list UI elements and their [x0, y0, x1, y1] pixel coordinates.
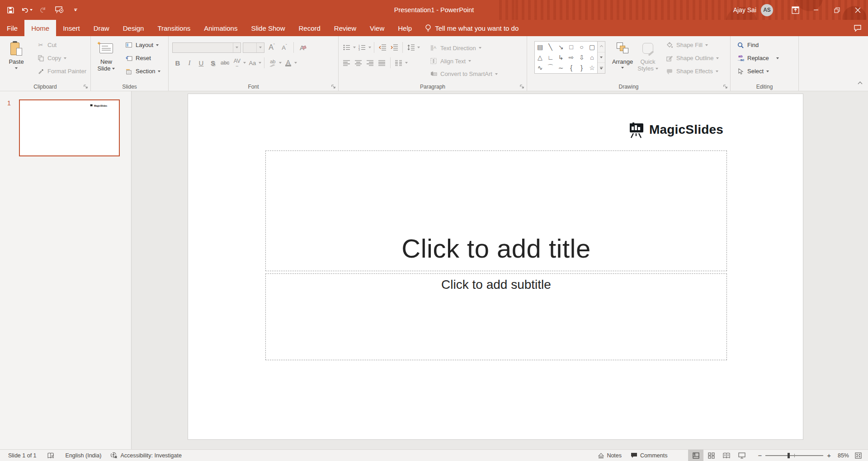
tab-home[interactable]: Home — [24, 20, 56, 36]
tab-draw[interactable]: Draw — [87, 20, 116, 36]
shape-elbow-arrow-connector-icon[interactable]: ↳ — [556, 52, 566, 62]
save-icon[interactable] — [5, 3, 16, 17]
restore-icon[interactable] — [826, 0, 847, 20]
align-right-button[interactable] — [365, 57, 376, 69]
new-slide-button[interactable]: ✦ New Slide — [94, 38, 119, 79]
tab-view[interactable]: View — [363, 20, 391, 36]
line-spacing-button[interactable] — [406, 42, 416, 53]
columns-button[interactable] — [393, 57, 404, 69]
justify-button[interactable] — [377, 57, 387, 69]
tab-record[interactable]: Record — [292, 20, 327, 36]
new-slide-dropdown-icon[interactable] — [112, 68, 115, 70]
shape-triangle-icon[interactable]: △ — [535, 52, 545, 62]
accessibility-status[interactable]: Accessibility: Investigate — [106, 450, 186, 461]
ribbon-display-options-icon[interactable] — [785, 0, 806, 20]
select-button[interactable]: Select — [733, 65, 798, 78]
shapes-more-icon[interactable] — [598, 63, 605, 73]
undo-icon[interactable] — [21, 3, 33, 17]
tab-animations[interactable]: Animations — [197, 20, 244, 36]
clipboard-dialog-launcher-icon[interactable] — [84, 85, 88, 89]
paragraph-dialog-launcher-icon[interactable] — [520, 85, 524, 89]
layout-button[interactable]: Layout — [122, 38, 164, 52]
slide-canvas[interactable]: MagicSlides Click to add title Click to … — [188, 94, 803, 439]
title-placeholder[interactable]: Click to add title — [265, 151, 727, 271]
tell-me-box[interactable]: Tell me what you want to do — [425, 20, 519, 36]
tab-slide-show[interactable]: Slide Show — [244, 20, 292, 36]
start-slideshow-icon[interactable] — [53, 3, 65, 17]
tab-design[interactable]: Design — [116, 20, 151, 36]
decrease-indent-button[interactable] — [377, 42, 388, 53]
comments-button[interactable]: Comments — [626, 450, 672, 461]
zoom-out-button[interactable]: − — [758, 452, 762, 459]
share-comment-icon[interactable] — [847, 20, 868, 36]
zoom-slider[interactable] — [765, 455, 823, 456]
fit-slide-to-window-icon[interactable] — [852, 450, 864, 461]
zoom-slider-thumb[interactable] — [788, 453, 790, 458]
section-button[interactable]: Section — [122, 65, 164, 78]
shape-text-box-icon[interactable]: ▤ — [535, 42, 545, 52]
section-dropdown-icon[interactable] — [158, 71, 160, 72]
language-indicator[interactable]: English (India) — [61, 450, 106, 461]
shape-rounded-rectangle-icon[interactable]: ▢ — [587, 42, 597, 52]
shape-scribble-icon[interactable]: ∿ — [535, 63, 545, 73]
shape-curve-icon[interactable]: ∼ — [556, 63, 566, 73]
arrange-button[interactable]: Arrange — [610, 38, 635, 79]
zoom-in-button[interactable]: + — [827, 452, 831, 459]
collapse-ribbon-icon[interactable] — [859, 79, 862, 87]
select-dropdown-icon[interactable] — [766, 71, 769, 72]
shape-right-brace-icon[interactable]: } — [576, 63, 587, 73]
notes-button[interactable]: Notes — [594, 450, 626, 461]
find-button[interactable]: Find — [733, 38, 798, 52]
user-name[interactable]: Ajay Sai — [733, 6, 756, 14]
zoom-level[interactable]: 85% — [831, 452, 849, 459]
slide-sorter-icon[interactable] — [703, 450, 719, 461]
customize-quick-access-toolbar-icon[interactable] — [70, 3, 81, 17]
undo-dropdown-icon[interactable] — [30, 9, 33, 11]
arrange-dropdown-icon[interactable] — [621, 67, 624, 69]
avatar[interactable]: AS — [761, 4, 773, 16]
increase-indent-button[interactable] — [389, 42, 400, 53]
drawing-dialog-launcher-icon[interactable] — [723, 85, 728, 89]
reading-view-icon[interactable] — [719, 450, 734, 461]
normal-view-icon[interactable] — [688, 450, 703, 461]
paste-button[interactable]: Paste — [4, 38, 29, 79]
layout-dropdown-icon[interactable] — [156, 44, 159, 46]
shape-left-brace-icon[interactable]: { — [566, 63, 576, 73]
replace-dropdown-icon[interactable] — [776, 57, 779, 59]
slideshow-view-icon[interactable] — [734, 450, 750, 461]
paste-dropdown-icon[interactable] — [15, 67, 18, 69]
shape-arc-icon[interactable]: ⌒ — [545, 63, 556, 73]
columns-dropdown-icon[interactable] — [405, 62, 408, 64]
tab-help[interactable]: Help — [391, 20, 419, 36]
align-center-button[interactable] — [353, 57, 364, 69]
align-left-button[interactable] — [341, 57, 352, 69]
shapes-scroll-up-icon[interactable] — [598, 42, 605, 52]
numbering-button[interactable]: 123 — [357, 42, 368, 53]
tab-transitions[interactable]: Transitions — [151, 20, 197, 36]
bullets-button[interactable] — [341, 42, 352, 53]
bullets-dropdown-icon[interactable] — [353, 47, 356, 48]
shape-line-icon[interactable]: ╲ — [545, 42, 556, 52]
shape-arrow-icon[interactable]: ↘ — [556, 42, 566, 52]
numbering-dropdown-icon[interactable] — [368, 47, 371, 48]
shape-oval-icon[interactable]: ○ — [576, 42, 587, 52]
close-icon[interactable] — [847, 0, 868, 20]
shape-arrow-down-icon[interactable]: ⇩ — [576, 52, 587, 62]
shape-arrow-right-icon[interactable]: ⇨ — [566, 52, 576, 62]
subtitle-placeholder[interactable]: Click to add subtitle — [265, 273, 727, 360]
slide-thumbnail[interactable]: MagicSlides — [19, 99, 120, 156]
tab-review[interactable]: Review — [327, 20, 363, 36]
shape-star-icon[interactable]: ☆ — [587, 63, 597, 73]
shapes-scroll-down-icon[interactable] — [598, 52, 605, 63]
spell-check-icon[interactable] — [41, 450, 61, 461]
font-dialog-launcher-icon[interactable] — [331, 85, 336, 89]
reset-button[interactable]: Reset — [122, 52, 164, 65]
shape-elbow-connector-icon[interactable]: ∟ — [545, 52, 556, 62]
line-spacing-dropdown-icon[interactable] — [417, 47, 420, 48]
tab-file[interactable]: File — [0, 20, 24, 36]
shape-freeform-icon[interactable]: ⌂ — [587, 52, 597, 62]
shape-rectangle-icon[interactable]: □ — [566, 42, 576, 52]
tab-insert[interactable]: Insert — [56, 20, 87, 36]
minimize-icon[interactable] — [806, 0, 826, 20]
replace-button[interactable]: ab→ac Replace — [733, 52, 798, 65]
